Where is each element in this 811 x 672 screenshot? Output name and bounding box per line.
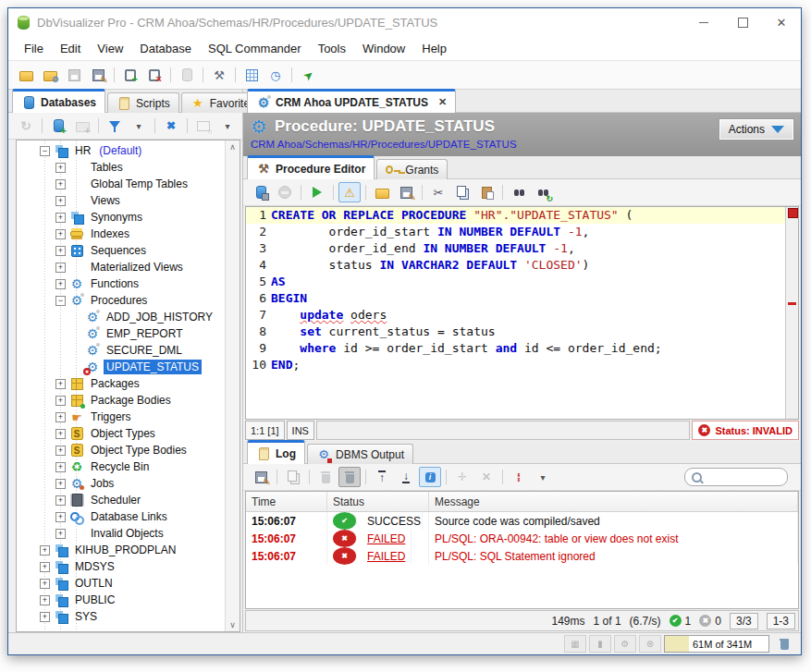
caret-icon[interactable] <box>216 116 239 136</box>
expander-icon[interactable]: + <box>55 213 66 223</box>
log-table-header[interactable]: Time Status Message <box>246 492 798 512</box>
close-button[interactable]: ✕ <box>762 8 801 37</box>
expander-icon[interactable]: − <box>40 146 50 156</box>
menu-edit[interactable]: Edit <box>52 37 89 60</box>
connect-icon[interactable] <box>119 65 141 85</box>
save-icon[interactable] <box>63 65 85 85</box>
tree-item[interactable]: −HR(Default) <box>17 142 225 159</box>
show-errors-icon[interactable] <box>338 182 361 202</box>
tree-item[interactable]: +Triggers <box>17 409 225 425</box>
expander-icon[interactable]: + <box>55 279 66 289</box>
tab-dbms-output[interactable]: DBMS Output <box>307 444 413 464</box>
expander-icon[interactable]: + <box>55 379 66 389</box>
code-line[interactable]: 6BEGIN <box>246 290 785 307</box>
tree-item[interactable]: +PUBLIC <box>17 592 225 608</box>
error-marker-line7[interactable] <box>788 302 796 305</box>
open-folder-icon[interactable] <box>15 65 37 85</box>
scroll-bottom-icon[interactable] <box>395 467 417 487</box>
tab-update-status[interactable]: CRM Ahoa UPDATE_STATUS ✕ <box>247 89 456 113</box>
tree-item[interactable]: +Synonyms <box>17 209 225 226</box>
tab-scripts[interactable]: Scripts <box>107 92 179 113</box>
scroll-down-icon[interactable]: ∨ <box>229 620 236 629</box>
caret-icon[interactable] <box>128 116 150 136</box>
tree-scrollbar[interactable]: ∧ ∨ <box>225 141 240 631</box>
expander-icon[interactable]: + <box>55 462 66 472</box>
expander-icon[interactable]: + <box>55 495 66 506</box>
tree-item[interactable]: +Jobs <box>17 475 225 492</box>
log-row[interactable]: 15:06:07✔SUCCESSSource code was compiled… <box>246 512 798 530</box>
copy-icon[interactable] <box>451 182 473 202</box>
errors-status-button[interactable]: ⊗ <box>639 635 661 653</box>
filter-icon[interactable] <box>104 116 126 136</box>
folder-add-icon[interactable] <box>71 116 93 136</box>
clear-log-icon[interactable] <box>338 467 361 487</box>
disconnect-icon[interactable] <box>143 65 166 85</box>
tree-item[interactable]: +MDSYS <box>17 558 225 575</box>
code-line[interactable]: 5AS <box>246 274 785 290</box>
menu-window[interactable]: Window <box>354 37 413 60</box>
bookmark-icon[interactable] <box>297 65 319 85</box>
fit-rows-icon[interactable] <box>451 467 473 487</box>
actions-button[interactable]: Actions <box>719 119 793 140</box>
tree-item[interactable]: +OUTLN <box>17 575 225 592</box>
col-marker-icon[interactable] <box>508 467 530 487</box>
expander-icon[interactable]: + <box>55 412 66 422</box>
menu-sql-commander[interactable]: SQL Commander <box>200 37 310 60</box>
monitor-clock-icon[interactable] <box>264 65 287 85</box>
expander-icon[interactable]: + <box>55 246 66 256</box>
stop-icon[interactable] <box>274 182 296 202</box>
clear-log-icon[interactable] <box>314 467 337 487</box>
expander-icon[interactable]: + <box>40 612 50 622</box>
tab-grants[interactable]: Grants <box>376 159 448 179</box>
expander-icon[interactable]: + <box>55 429 66 439</box>
connections-status-button[interactable]: ▮ <box>589 635 611 653</box>
object-search-icon[interactable] <box>192 116 215 136</box>
tree-item[interactable]: +Invalid Objects <box>17 525 225 542</box>
expander-icon[interactable]: + <box>55 396 66 406</box>
paste-icon[interactable] <box>475 182 498 202</box>
expander-icon[interactable]: + <box>55 229 66 239</box>
tree-item[interactable]: +Object Type Bodies <box>17 442 225 458</box>
expander-icon[interactable]: + <box>55 263 66 273</box>
expander-icon[interactable]: + <box>40 545 50 556</box>
menu-file[interactable]: File <box>16 37 52 60</box>
expander-icon[interactable]: + <box>40 579 50 589</box>
table-grid-icon[interactable] <box>240 65 263 85</box>
find-icon[interactable] <box>508 182 530 202</box>
log-row[interactable]: 15:06:07✖FAILEDPL/SQL: SQL Statement ign… <box>246 547 798 565</box>
tree-item[interactable]: +Database Links <box>17 508 225 525</box>
tree-item[interactable]: +Tables <box>17 159 225 176</box>
code-line[interactable]: 8 set current_status = status <box>246 324 785 340</box>
tree-item[interactable]: +Views <box>17 192 225 209</box>
title-bar[interactable]: DbVisualizer Pro - CRM Ahoa/Schemas/HR/P… <box>8 8 801 37</box>
error-marker-line1[interactable] <box>788 208 798 218</box>
tree-item[interactable]: SECURE_DML <box>17 342 225 359</box>
tree-item[interactable]: +SYS <box>17 608 225 625</box>
maximize-button[interactable] <box>723 8 762 37</box>
menu-database[interactable]: Database <box>131 37 200 60</box>
column-time[interactable]: Time <box>246 492 327 511</box>
tree-item[interactable]: +Indexes <box>17 226 225 242</box>
grid-status-button[interactable]: ▦ <box>564 635 586 653</box>
memory-indicator[interactable]: 61M of 341M <box>664 635 769 653</box>
code-line[interactable]: 10END; <box>246 357 785 373</box>
tab-procedure-editor[interactable]: Procedure Editor <box>247 155 375 179</box>
scroll-top-icon[interactable] <box>371 467 393 487</box>
menu-help[interactable]: Help <box>413 37 455 60</box>
sql-editor[interactable]: 1CREATE OR REPLACE PROCEDURE "HR"."UPDAT… <box>245 206 799 420</box>
error-stripe[interactable] <box>785 207 798 419</box>
find-replace-icon[interactable] <box>532 182 554 202</box>
export-log-icon[interactable] <box>250 467 272 487</box>
tree-item[interactable]: +Sequences <box>17 242 225 259</box>
tree-item[interactable]: +Functions <box>17 275 225 292</box>
cut-icon[interactable] <box>427 182 449 202</box>
tree-item[interactable]: ADD_JOB_HISTORY <box>17 309 225 325</box>
tree-item[interactable]: UPDATE_STATUS <box>17 359 225 375</box>
caret-icon[interactable] <box>532 467 554 487</box>
code-line[interactable]: 4 status IN VARCHAR2 DEFAULT 'CLOSED') <box>246 257 785 274</box>
collapse-all-icon[interactable] <box>160 116 182 136</box>
expander-icon[interactable]: + <box>55 479 66 489</box>
column-message[interactable]: Message <box>429 492 798 511</box>
expander-icon[interactable]: + <box>55 163 66 173</box>
expander-icon[interactable]: − <box>55 296 66 306</box>
